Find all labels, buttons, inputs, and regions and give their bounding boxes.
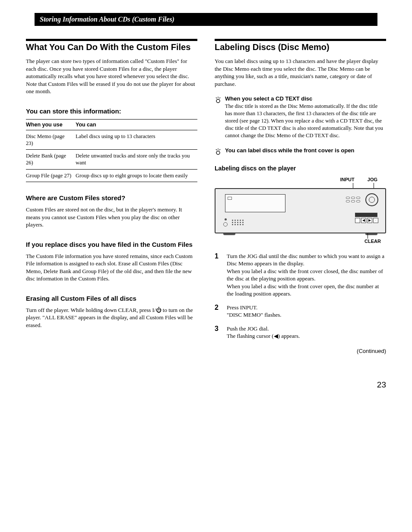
- section-rule: [26, 39, 197, 41]
- chapter-header: Storing Information About CDs (Custom Fi…: [35, 13, 377, 26]
- tip-cd-text: When you select a CD TEXT disc The disc …: [215, 95, 386, 139]
- step-body: Press INPUT."DISC MEMO" flashes.: [227, 304, 386, 319]
- cell-use: Delete Bank (page 26): [26, 150, 76, 170]
- steps-list: 1 Turn the JOG dial until the disc numbe…: [215, 252, 386, 340]
- section-rule: [215, 39, 386, 41]
- where-stored-heading: Where are Custom Files stored?: [26, 194, 197, 201]
- th-when-you-use: When you use: [26, 119, 76, 130]
- tip-front-cover-open: You can label discs while the front cove…: [215, 147, 386, 156]
- step-number: 3: [215, 325, 221, 340]
- table-row: Group File (page 27) Group discs up to e…: [26, 169, 197, 182]
- th-you-can: You can: [76, 119, 197, 130]
- right-column: Labeling Discs (Disc Memo) You can label…: [215, 39, 386, 354]
- step-number: 2: [215, 304, 221, 319]
- table-row: Disc Memo (page 23) Label discs using up…: [26, 130, 197, 150]
- svg-line-3: [219, 98, 220, 98]
- svg-point-4: [216, 151, 220, 154]
- svg-line-2: [216, 98, 217, 98]
- continued-label: (Continued): [215, 348, 386, 354]
- step-body: Turn the JOG dial until the disc number …: [227, 252, 386, 298]
- cell-can: Delete unwanted tracks and store only th…: [76, 150, 197, 170]
- where-stored-body: Custom Files are stored not on the disc,…: [26, 206, 197, 229]
- cell-can: Group discs up to eight groups to locate…: [76, 169, 197, 182]
- figure-label-jog: JOG: [368, 177, 377, 182]
- cell-use: Disc Memo (page 23): [26, 130, 76, 150]
- section-heading-custom-files: What You Can Do With the Custom Files: [26, 42, 197, 52]
- replace-discs-heading: If you replace discs you have filed in t…: [26, 241, 197, 248]
- table-row: Delete Bank (page 26) Delete unwanted tr…: [26, 150, 197, 170]
- step-item: 2 Press INPUT."DISC MEMO" flashes.: [215, 304, 386, 319]
- step-body: Push the JOG dial.The flashing cursor (◀…: [227, 325, 386, 340]
- tip-body-text: The disc title is stored as the Disc Mem…: [225, 103, 386, 139]
- svg-point-0: [216, 99, 220, 103]
- left-column: What You Can Do With the Custom Files Th…: [26, 39, 197, 354]
- erase-all-body: Turn off the player. While holding down …: [26, 306, 197, 329]
- figure-label-clear: CLEAR: [215, 239, 386, 244]
- step-number: 1: [215, 252, 221, 298]
- labeling-intro: You can label discs using up to 13 chara…: [215, 57, 386, 88]
- tip-title: You can label discs while the front cove…: [225, 147, 386, 154]
- device-figure: INPUT JOG: [215, 177, 386, 244]
- section-heading-labeling: Labeling Discs (Disc Memo): [215, 42, 386, 52]
- intro-paragraph: The player can store two types of inform…: [26, 57, 197, 95]
- figure-label-input: INPUT: [340, 177, 355, 182]
- tip-icon: [215, 147, 222, 156]
- svg-line-7: [219, 149, 220, 150]
- page-number: 23: [26, 380, 386, 390]
- cell-can: Label discs using up to 13 characters: [76, 130, 197, 150]
- svg-line-6: [216, 149, 217, 150]
- tip-title: When you select a CD TEXT disc: [225, 95, 386, 102]
- step-item: 3 Push the JOG dial.The flashing cursor …: [215, 325, 386, 340]
- device-illustration: ◀▶·: [215, 188, 386, 233]
- tip-icon: [215, 95, 222, 139]
- replace-discs-body: The Custom File information you have sto…: [26, 252, 197, 283]
- custom-files-table: When you use You can Disc Memo (page 23)…: [26, 119, 197, 182]
- cell-use: Group File (page 27): [26, 169, 76, 182]
- step-item: 1 Turn the JOG dial until the disc numbe…: [215, 252, 386, 298]
- erase-all-heading: Erasing all Custom Files of all discs: [26, 295, 197, 302]
- labeling-on-player-heading: Labeling discs on the player: [215, 165, 386, 172]
- store-info-heading: You can store this information:: [26, 107, 197, 115]
